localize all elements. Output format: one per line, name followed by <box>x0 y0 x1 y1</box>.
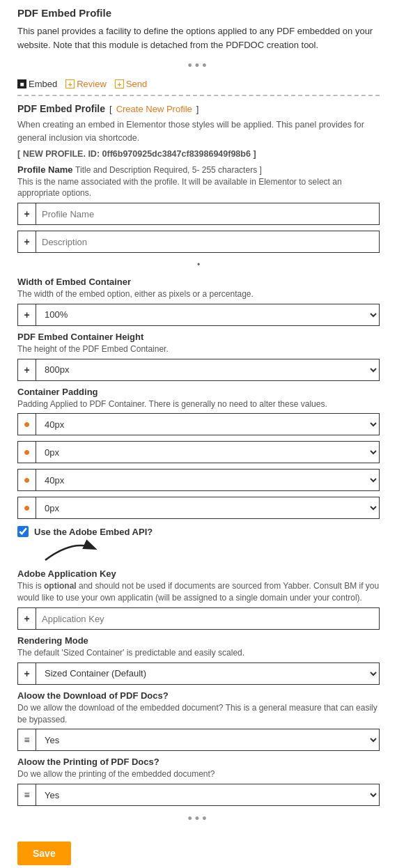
adobe-key-label: Adobe Application Key <box>17 568 380 579</box>
padding-select-2[interactable]: 0px10px20px30px40px <box>36 442 379 463</box>
padding-select-row-3: ● 40px30px20px10px0px <box>17 469 380 491</box>
profile-name-note: This is the name associated with the pro… <box>17 176 380 200</box>
print-label: Aloow the Printing of PDF Docs? <box>17 757 380 767</box>
adobe-key-plus-icon: + <box>18 608 36 629</box>
print-select[interactable]: Yes No <box>36 784 379 805</box>
profile-name-sub-label: Title and Description Required, 5- 255 c… <box>75 165 262 175</box>
dots-top: ••• <box>17 59 380 73</box>
height-select[interactable]: 800px 600px 400px Custom <box>36 359 379 380</box>
tab-send[interactable]: + Send <box>115 79 147 89</box>
padding-select-1[interactable]: 40px30px20px10px0px <box>36 414 379 435</box>
padding-circle-icon-2: ● <box>18 442 36 463</box>
width-select[interactable]: 100% 90% 80% 75% 50% Custom <box>36 304 379 325</box>
profile-section-header: PDF Embed Profile <box>17 103 105 114</box>
profile-name-label: Profile Name Title and Description Requi… <box>17 164 380 175</box>
padding-note: Padding Applied to PDF Container. There … <box>17 398 380 410</box>
small-dot: • <box>17 260 380 270</box>
download-note: Do we allow the download of the embedded… <box>17 702 380 726</box>
height-plus-icon: + <box>18 359 36 380</box>
profile-id-suffix: ] <box>253 149 256 159</box>
adobe-key-note: This is optional and should not be used … <box>17 580 380 604</box>
description-plus-icon: + <box>18 231 36 252</box>
page-title: PDF Embed Profile <box>17 7 380 19</box>
profile-id-prefix: [ NEW PROFILE. ID: <box>17 149 100 159</box>
tab-send-link[interactable]: Send <box>126 79 147 89</box>
tab-review-link[interactable]: Review <box>77 79 107 89</box>
dashed-divider <box>17 95 380 96</box>
create-new-profile-link[interactable]: Create New Profile <box>116 104 192 114</box>
review-tab-icon: + <box>65 79 75 88</box>
rendering-select[interactable]: Sized Container (Default) Full Window In… <box>36 663 379 684</box>
arrow-icon <box>38 536 101 566</box>
download-label: Aloow the Download of PDF Docs? <box>17 690 380 701</box>
padding-select-row-2: ● 0px10px20px30px40px <box>17 441 380 463</box>
padding-select-row-4: ● 0px10px20px30px40px <box>17 497 380 519</box>
profile-section-bracket-open: [ <box>109 104 112 114</box>
print-select-row: ≡ Yes No <box>17 784 380 806</box>
width-select-row: + 100% 90% 80% 75% 50% Custom <box>17 304 380 326</box>
download-select[interactable]: Yes No <box>36 729 379 750</box>
padding-circle-icon-4: ● <box>18 497 36 518</box>
height-select-row: + 800px 600px 400px Custom <box>17 359 380 381</box>
print-note: Do we allow the printing of the embedded… <box>17 768 380 780</box>
download-select-row: ≡ Yes No <box>17 729 380 751</box>
adobe-key-optional: optional <box>44 581 77 591</box>
tab-review[interactable]: + Review <box>65 79 107 89</box>
description-input-row: + <box>17 231 380 253</box>
tab-embed-label: Embed <box>29 79 57 89</box>
width-note: The width of the embed option, either as… <box>17 288 380 300</box>
arrow-annotation <box>17 541 380 566</box>
profile-section-bracket-close: ] <box>196 104 199 114</box>
send-tab-icon: + <box>115 79 124 88</box>
save-button[interactable]: Save <box>17 842 71 865</box>
padding-select-3[interactable]: 40px30px20px10px0px <box>36 470 379 490</box>
profile-name-input[interactable] <box>36 203 379 224</box>
profile-name-input-row: + <box>17 203 380 225</box>
padding-select-4[interactable]: 0px10px20px30px40px <box>36 497 379 518</box>
print-lines-icon: ≡ <box>18 784 36 805</box>
rendering-label: Rendering Mode <box>17 635 380 646</box>
rendering-note: The default 'Sized Container' is predict… <box>17 647 380 659</box>
description-input[interactable] <box>36 231 379 252</box>
profile-id-line: [ NEW PROFILE. ID: 0ff6b970925dc3847cf83… <box>17 149 380 159</box>
padding-circle-icon-1: ● <box>18 414 36 435</box>
padding-circle-icon-3: ● <box>18 470 36 490</box>
width-label: Width of Embed Container <box>17 277 380 287</box>
profile-note: When creating an embed in Elementor thos… <box>17 118 380 145</box>
height-label: PDF Embed Container Height <box>17 332 380 342</box>
profile-name-plus-icon: + <box>18 203 36 224</box>
rendering-select-row: + Sized Container (Default) Full Window … <box>17 662 380 685</box>
padding-select-row-1: ● 40px30px20px10px0px <box>17 413 380 435</box>
padding-label: Container Padding <box>17 387 380 397</box>
adobe-key-input[interactable] <box>36 608 379 629</box>
embed-tab-icon: ■ <box>17 79 26 88</box>
tab-bar: ■ Embed + Review + Send <box>17 79 380 89</box>
dots-bottom: ••• <box>17 812 380 826</box>
profile-id-value: 0ff6b970925dc3847cf83986949f98b6 <box>102 149 251 159</box>
width-plus-icon: + <box>18 304 36 325</box>
intro-text: This panel provides a facility to define… <box>17 24 380 52</box>
rendering-plus-icon: + <box>18 663 36 684</box>
download-lines-icon: ≡ <box>18 729 36 750</box>
tab-embed[interactable]: ■ Embed <box>17 79 57 89</box>
adobe-key-note-pre: This is <box>17 581 44 591</box>
adobe-api-checkbox[interactable] <box>17 526 29 537</box>
height-note: The height of the PDF Embed Container. <box>17 343 380 355</box>
adobe-key-input-row: + <box>17 607 380 630</box>
